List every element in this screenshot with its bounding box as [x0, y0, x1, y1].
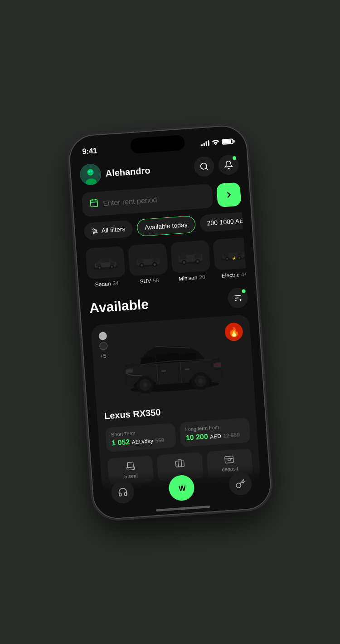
- briefcase-icon: [175, 457, 185, 468]
- suv-thumb: [128, 243, 168, 276]
- phone-screen: 9:41: [68, 125, 272, 519]
- notification-dot: [233, 156, 237, 160]
- color-dot-silver: [98, 331, 107, 340]
- avatar: [79, 163, 102, 185]
- sedan-count: 34: [112, 280, 119, 286]
- price-range-label: 200-1000 AED/d: [207, 216, 243, 226]
- color-count: +5: [100, 352, 108, 359]
- deposit-icon: [224, 454, 234, 464]
- available-title: Available: [89, 296, 149, 316]
- suv-label: SUV: [140, 277, 151, 285]
- pricing-row: Short Term 1 052 AED/day 550 Long term f…: [105, 418, 251, 452]
- svg-line-10: [91, 202, 97, 202]
- headphones-icon: [117, 487, 128, 497]
- svg-rect-44: [180, 255, 187, 259]
- color-swatches: +5: [98, 331, 108, 359]
- sedan-thumb: [85, 246, 126, 279]
- car-name: Lexus RX350: [104, 401, 248, 421]
- sort-icon: [233, 293, 243, 302]
- all-filters-chip[interactable]: All filters: [83, 220, 133, 240]
- svg-rect-27: [102, 258, 109, 262]
- phone-shell: 9:41: [68, 125, 272, 519]
- home-w-icon: W: [176, 482, 187, 493]
- wifi-icon: [212, 139, 219, 145]
- category-electric[interactable]: ⚡ Electric 4+: [213, 237, 247, 280]
- available-today-chip[interactable]: Available today: [136, 215, 196, 236]
- status-icons: [201, 138, 233, 146]
- status-time: 9:41: [82, 146, 97, 156]
- username: Alehandro: [105, 165, 151, 178]
- category-minivan[interactable]: Minivan 20: [170, 240, 211, 282]
- sedan-label: Sedan: [95, 280, 111, 287]
- bell-icon: [223, 160, 233, 169]
- search-button[interactable]: [194, 156, 215, 177]
- search-go-button[interactable]: [216, 182, 242, 207]
- car-svg: [114, 330, 231, 397]
- long-term-price: Long term from 10 200 AED 12 550: [179, 418, 250, 447]
- categories-row: Sedan 34: [85, 237, 246, 288]
- support-nav-button[interactable]: [111, 480, 135, 504]
- main-content: Alehandro: [70, 149, 272, 519]
- sort-dot: [242, 289, 246, 293]
- car-card-top: +5 🔥: [98, 322, 247, 404]
- battery-icon: [222, 138, 233, 145]
- signal-icon: [201, 140, 209, 146]
- svg-line-58: [235, 298, 238, 298]
- category-sedan[interactable]: Sedan 34: [85, 246, 126, 288]
- minivan-thumb: [170, 240, 211, 273]
- price-range-chip[interactable]: 200-1000 AED/d: [199, 212, 243, 232]
- svg-point-14: [96, 230, 97, 231]
- available-section-header: Available: [89, 287, 248, 318]
- svg-rect-46: [194, 254, 202, 258]
- search-icon: [199, 162, 209, 171]
- sort-button[interactable]: [227, 287, 248, 308]
- available-today-label: Available today: [145, 221, 188, 231]
- svg-rect-36: [145, 254, 151, 258]
- search-placeholder: Enter rent period: [103, 195, 157, 207]
- svg-point-11: [93, 228, 94, 230]
- car-image: [112, 323, 234, 403]
- user-info: Alehandro: [79, 160, 151, 186]
- filter-icon: [91, 227, 99, 235]
- key-icon: [235, 478, 245, 489]
- svg-text:⚡: ⚡: [232, 256, 237, 261]
- svg-rect-54: [230, 248, 236, 252]
- svg-rect-62: [141, 356, 155, 364]
- category-suv[interactable]: SUV 58: [128, 243, 169, 285]
- svg-point-17: [93, 232, 95, 233]
- svg-rect-7: [90, 199, 97, 206]
- svg-rect-80: [175, 461, 184, 467]
- minivan-label: Minivan: [179, 274, 198, 282]
- seat-icon: [125, 461, 136, 472]
- electric-thumb: ⚡: [213, 237, 247, 270]
- suv-count: 58: [153, 277, 159, 284]
- notification-button[interactable]: [218, 154, 239, 175]
- svg-line-57: [235, 295, 241, 295]
- calendar-icon: [89, 198, 99, 210]
- minivan-count: 20: [199, 274, 205, 280]
- svg-text:W: W: [179, 483, 186, 492]
- svg-rect-81: [225, 456, 233, 463]
- keys-nav-button[interactable]: [228, 472, 253, 496]
- short-term-price: Short Term 1 052 AED/day 550: [105, 423, 176, 452]
- filter-chips: All filters Available today 200-1000 AED…: [83, 212, 243, 240]
- home-nav-button[interactable]: W: [168, 474, 195, 501]
- color-dot-black: [99, 341, 108, 350]
- electric-label: Electric: [221, 271, 239, 279]
- electric-count: 4+: [241, 270, 246, 277]
- header-actions: [194, 154, 239, 177]
- all-filters-label: All filters: [101, 225, 126, 234]
